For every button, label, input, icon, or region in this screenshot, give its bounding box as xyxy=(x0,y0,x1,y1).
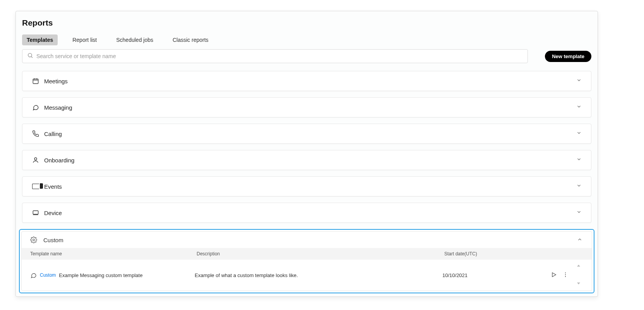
page-title: Reports xyxy=(22,18,598,28)
section-messaging: Messaging xyxy=(22,97,591,117)
section-events: Events xyxy=(22,176,591,196)
section-label: Onboarding xyxy=(44,157,576,164)
section-header-device[interactable]: Device xyxy=(22,203,591,222)
phone-icon xyxy=(31,130,40,137)
section-label: Meetings xyxy=(44,78,576,84)
svg-point-9 xyxy=(33,239,35,241)
svg-marker-15 xyxy=(577,282,580,284)
svg-point-6 xyxy=(34,158,37,160)
svg-marker-14 xyxy=(577,265,580,267)
col-header-date: Start date(UTC) xyxy=(444,251,553,257)
col-header-name: Template name xyxy=(30,251,197,257)
svg-point-12 xyxy=(565,274,566,275)
table-row[interactable]: Custom Example Messaging custom template… xyxy=(22,260,592,291)
section-label: Calling xyxy=(44,131,576,137)
svg-marker-10 xyxy=(552,272,556,277)
row-date: 10/10/2021 xyxy=(442,272,551,278)
tab-classic-reports[interactable]: Classic reports xyxy=(168,34,213,45)
section-calling: Calling xyxy=(22,124,591,144)
new-template-button[interactable]: New template xyxy=(545,51,591,62)
section-header-messaging[interactable]: Messaging xyxy=(22,98,591,117)
search-box[interactable] xyxy=(22,49,528,63)
section-label: Messaging xyxy=(44,104,576,111)
section-onboarding: Onboarding xyxy=(22,150,591,170)
gear-icon xyxy=(30,236,39,243)
custom-highlight: Custom Template name Description Start d… xyxy=(19,229,594,293)
chat-icon xyxy=(31,104,40,111)
section-header-onboarding[interactable]: Onboarding xyxy=(22,150,591,170)
section-custom: Custom Template name Description Start d… xyxy=(21,231,592,291)
section-header-events[interactable]: Events xyxy=(22,177,591,196)
section-label: Custom xyxy=(43,237,63,243)
person-icon xyxy=(31,157,40,164)
run-icon[interactable] xyxy=(551,272,557,279)
svg-point-11 xyxy=(565,272,566,273)
tabs: Templates Report list Scheduled jobs Cla… xyxy=(16,34,598,45)
search-input[interactable] xyxy=(36,53,523,59)
tab-templates[interactable]: Templates xyxy=(22,34,58,45)
custom-table-header: Template name Description Start date(UTC… xyxy=(22,248,592,260)
section-label: Device xyxy=(44,210,576,216)
scroll-up-icon[interactable] xyxy=(576,264,583,269)
svg-point-13 xyxy=(565,276,566,277)
more-icon[interactable] xyxy=(562,272,569,279)
section-header-calling[interactable]: Calling xyxy=(22,124,591,143)
chevron-down-icon xyxy=(576,183,582,190)
chevron-down-icon xyxy=(576,78,582,84)
tab-report-list[interactable]: Report list xyxy=(68,34,101,45)
reports-panel: Reports Templates Report list Scheduled … xyxy=(15,11,598,297)
custom-badge: Custom xyxy=(40,272,56,278)
template-sections: Meetings Messaging xyxy=(16,71,598,223)
row-name: Example Messaging custom template xyxy=(59,272,142,278)
section-header-custom[interactable]: Custom xyxy=(22,232,592,248)
chevron-down-icon xyxy=(576,104,582,111)
svg-rect-2 xyxy=(33,79,38,84)
section-device: Device xyxy=(22,203,591,223)
section-meetings: Meetings xyxy=(22,71,591,91)
chevron-up-icon xyxy=(577,237,582,243)
tab-scheduled-jobs[interactable]: Scheduled jobs xyxy=(111,34,158,45)
section-label: Events xyxy=(44,183,576,190)
ticket-icon xyxy=(31,184,40,189)
svg-point-0 xyxy=(28,53,32,57)
svg-line-1 xyxy=(31,57,33,58)
section-header-meetings[interactable]: Meetings xyxy=(22,71,591,91)
chat-icon xyxy=(30,272,40,279)
toolbar: New template xyxy=(16,49,598,63)
svg-rect-7 xyxy=(33,211,38,214)
row-desc: Example of what a custom template looks … xyxy=(195,272,442,278)
chevron-down-icon xyxy=(576,209,582,216)
device-icon xyxy=(31,209,40,216)
search-icon xyxy=(27,52,33,60)
chevron-down-icon xyxy=(576,157,582,164)
scroll-down-icon[interactable] xyxy=(576,281,583,287)
col-header-desc: Description xyxy=(197,251,444,257)
chevron-down-icon xyxy=(576,130,582,137)
calendar-icon xyxy=(31,78,40,84)
